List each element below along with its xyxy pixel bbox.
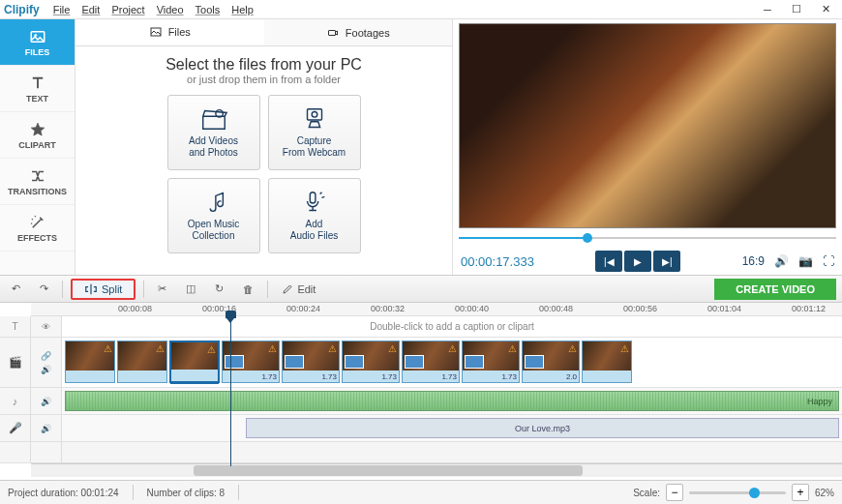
svg-rect-7 (310, 193, 316, 203)
video-clip[interactable] (582, 341, 632, 383)
video-clip[interactable] (65, 341, 115, 383)
close-button[interactable]: ✕ (813, 2, 838, 17)
preview-seek-slider[interactable] (459, 230, 836, 246)
edit-toolbar: ↶ ↷ Split ✂ ◫ ↻ 🗑 Edit CREATE VIDEO (0, 276, 842, 303)
redo-button[interactable]: ↷ (34, 281, 54, 297)
split-button[interactable]: Split (71, 279, 135, 300)
menu-tools[interactable]: Tools (195, 4, 221, 15)
video-clip[interactable] (117, 341, 167, 383)
video-clip[interactable]: 1.73 (282, 341, 340, 383)
sidebar-item-files[interactable]: FILES (0, 19, 75, 66)
sidebar-item-transitions[interactable]: TRANSITIONS (0, 159, 75, 205)
video-track: 🎬 🔗 🔊 1.731.731.731.731.732.0 (0, 338, 842, 388)
crop-button[interactable]: ◫ (180, 281, 201, 297)
audio-track-1: ♪ 🔊 Happy (0, 388, 842, 415)
caption-track-body[interactable]: Double-click to add a caption or clipart (62, 316, 842, 337)
visibility-icon[interactable]: 👁 (42, 322, 50, 332)
menu-help[interactable]: Help (231, 4, 254, 15)
timeline: 00:00:08 00:00:16 00:00:24 00:00:32 00:0… (0, 303, 842, 480)
menu-video[interactable]: Video (157, 4, 184, 15)
video-track-icon: 🎬 (9, 356, 22, 369)
link-icon[interactable]: 🔗 (41, 351, 51, 361)
track-volume-icon[interactable]: 🔊 (41, 424, 51, 433)
video-clip[interactable]: 2.0 (522, 341, 580, 383)
image-icon (29, 28, 46, 45)
audio-track-1-body[interactable]: Happy (62, 388, 842, 414)
transitions-icon (29, 167, 46, 185)
webcam-icon (300, 106, 329, 132)
maximize-button[interactable]: ☐ (784, 2, 809, 17)
status-bar: Project duration: 00:01:24 Number of cli… (0, 480, 842, 504)
music-track-icon: ♪ (13, 396, 18, 407)
video-clip[interactable]: 1.73 (462, 341, 520, 383)
edit-button[interactable]: Edit (276, 282, 321, 297)
files-subheading: or just drop them in from a folder (187, 74, 341, 85)
video-clip[interactable] (169, 341, 220, 383)
svg-rect-5 (307, 109, 321, 120)
main-area: FILES TEXT CLIPART TRANSITIONS EFFECTS F… (0, 19, 842, 276)
volume-icon[interactable]: 🔊 (774, 254, 789, 268)
audio-track-2: 🎤 🔊 Our Love.mp3 (0, 415, 842, 442)
text-track-icon: T (12, 321, 17, 332)
video-clip[interactable]: 1.73 (342, 341, 400, 383)
picture-icon (149, 26, 163, 38)
empty-track (0, 442, 842, 463)
main-menu: File Edit Project Video Tools Help (53, 4, 254, 15)
mic-track-icon: 🎤 (9, 422, 22, 434)
caption-track: T 👁 Double-click to add a caption or cli… (0, 316, 842, 338)
clapper-icon (199, 106, 228, 132)
timecode: 00:00:17.333 (461, 254, 534, 269)
track-volume-icon[interactable]: 🔊 (41, 365, 51, 374)
track-volume-icon[interactable]: 🔊 (41, 397, 51, 406)
sidebar-item-text[interactable]: TEXT (0, 66, 75, 112)
capture-webcam-button[interactable]: Capture From Webcam (268, 95, 361, 170)
camera-icon (326, 27, 340, 39)
video-clip[interactable]: 1.73 (402, 341, 460, 383)
project-duration: 00:01:24 (81, 488, 119, 498)
undo-button[interactable]: ↶ (6, 281, 26, 297)
zoom-slider[interactable] (689, 491, 786, 494)
cut-button[interactable]: ✂ (152, 281, 172, 297)
app-logo: Clipify (4, 3, 40, 16)
menu-edit[interactable]: Edit (81, 4, 100, 15)
audio-track-2-body[interactable]: Our Love.mp3 (62, 415, 842, 441)
delete-button[interactable]: 🗑 (237, 282, 259, 297)
left-sidebar: FILES TEXT CLIPART TRANSITIONS EFFECTS (0, 19, 75, 275)
music-icon (199, 190, 228, 215)
next-button[interactable]: ▶| (653, 251, 680, 272)
sidebar-item-effects[interactable]: EFFECTS (0, 205, 75, 252)
star-icon (29, 121, 46, 138)
tab-footages[interactable]: Footages (264, 19, 453, 45)
add-audio-button[interactable]: Add Audio Files (268, 178, 361, 253)
text-icon (29, 74, 46, 92)
video-track-body[interactable]: 1.731.731.731.731.732.0 (62, 338, 842, 387)
wand-icon (29, 214, 46, 231)
video-preview[interactable] (459, 23, 836, 228)
aspect-ratio[interactable]: 16:9 (742, 254, 765, 268)
open-music-button[interactable]: Open Music Collection (167, 178, 260, 253)
svg-rect-3 (328, 30, 335, 35)
preview-panel: 00:00:17.333 |◀ ▶ ▶| 16:9 🔊 📷 ⛶ (453, 19, 842, 275)
menu-file[interactable]: File (53, 4, 71, 15)
timeline-scrollbar[interactable] (31, 463, 842, 477)
pencil-icon (282, 283, 293, 295)
add-videos-button[interactable]: Add Videos and Photos (167, 95, 260, 170)
menu-project[interactable]: Project (111, 4, 144, 15)
zoom-out-button[interactable]: − (666, 484, 683, 501)
minimize-button[interactable]: ─ (755, 2, 780, 17)
sidebar-item-clipart[interactable]: CLIPART (0, 112, 75, 159)
fullscreen-icon[interactable]: ⛶ (823, 254, 834, 268)
zoom-value: 62% (815, 488, 834, 498)
create-video-button[interactable]: CREATE VIDEO (714, 279, 836, 300)
split-icon (84, 282, 98, 296)
timeline-ruler[interactable]: 00:00:08 00:00:16 00:00:24 00:00:32 00:0… (31, 303, 842, 316)
clip-count: 8 (220, 488, 226, 498)
play-button[interactable]: ▶ (624, 251, 651, 272)
snapshot-icon[interactable]: 📷 (798, 254, 813, 268)
video-clip[interactable]: 1.73 (222, 341, 280, 383)
rotate-button[interactable]: ↻ (209, 281, 229, 297)
prev-button[interactable]: |◀ (595, 251, 622, 272)
files-panel: Files Footages Select the files from you… (75, 19, 453, 275)
tab-files[interactable]: Files (75, 19, 264, 45)
zoom-in-button[interactable]: + (792, 484, 809, 501)
